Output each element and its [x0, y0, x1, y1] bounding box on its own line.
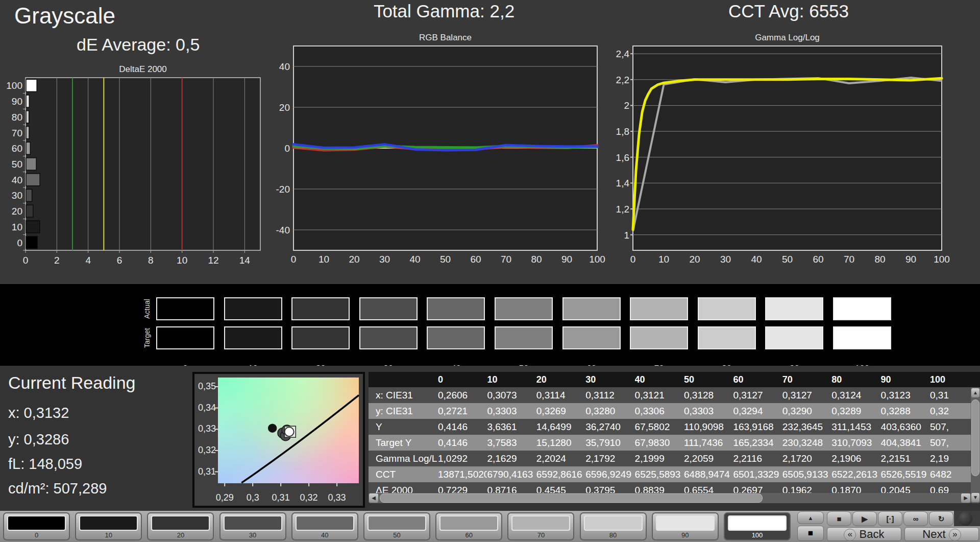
x-tick-label: 100 — [934, 254, 950, 265]
actual-swatch — [359, 297, 418, 320]
scroll-left-icon[interactable]: ◀ — [369, 493, 378, 503]
table-cell: 6488,9474 — [684, 466, 733, 482]
scroll-right-icon[interactable]: ▶ — [961, 493, 970, 503]
stop-button[interactable]: ■ — [827, 511, 851, 526]
continuous-icon: ∞ — [904, 512, 927, 526]
table-cell: 311,1453 — [831, 419, 880, 435]
swatch-column: 90 — [765, 297, 823, 364]
continuous-button[interactable]: ∞ — [903, 511, 928, 526]
table-row-label: x: CIE31 — [376, 387, 437, 403]
swatch-strip: Actual Target 0102030405060708090100 — [0, 284, 980, 366]
pattern-level-button-30[interactable]: 30 — [219, 512, 286, 540]
play-button[interactable]: ▶ — [852, 511, 877, 526]
pattern-level-button-60[interactable]: 60 — [435, 512, 502, 540]
pattern-level-button-80[interactable]: 80 — [580, 512, 647, 540]
target-swatch — [698, 326, 756, 349]
swatch-column: 10 — [224, 297, 282, 364]
table-cell: 404,3841 — [881, 435, 930, 451]
table-cell: 6501,3329 — [733, 466, 782, 482]
table-cell: 0,3112 — [585, 387, 634, 403]
hscroll-thumb[interactable] — [380, 493, 763, 503]
y-tick-label: 2,2 — [616, 75, 629, 85]
pattern-level-swatch — [584, 515, 643, 531]
pattern-level-label: 40 — [292, 531, 357, 539]
table-cell: 165,2334 — [733, 435, 782, 451]
deltae-bar — [26, 221, 40, 233]
y-tick-label: 100 — [6, 80, 22, 91]
back-button[interactable]: « Back — [827, 527, 901, 541]
table-cell: 111,7436 — [684, 435, 733, 451]
swatch-column: 50 — [495, 297, 553, 364]
pattern-level-button-20[interactable]: 20 — [147, 512, 214, 540]
stop-icon: ■ — [827, 512, 851, 526]
cct-avg-label: CCT Avg: 6553 — [635, 1, 942, 21]
table-column-header: 100 — [930, 372, 979, 387]
table-cell: 0,4146 — [438, 419, 487, 435]
table-row-label: Y — [376, 419, 437, 435]
y-tick-label: 0 — [17, 238, 22, 248]
x-tick-label: 50 — [440, 254, 451, 265]
pattern-level-button-70[interactable]: 70 — [507, 512, 574, 540]
table-cell: 13871,5020 — [438, 466, 487, 482]
table-cell: 403,6360 — [881, 419, 930, 435]
table-hscrollbar[interactable]: ◀▶ — [369, 493, 971, 503]
y-tick-label: 20 — [12, 206, 22, 217]
cie-chromaticity-panel: 0,350,340,330,320,310,290,30,310,320,33 — [192, 372, 365, 508]
pattern-up-button[interactable]: ▲ — [797, 511, 824, 524]
pattern-level-swatch — [224, 515, 282, 531]
y-tick-label: 60 — [12, 143, 22, 154]
x-tick-label: 20 — [689, 254, 700, 265]
table-column-header: 30 — [585, 372, 634, 387]
x-tick-label: 10 — [658, 254, 669, 265]
table-vscrollbar[interactable]: ▲▼ — [971, 387, 980, 503]
table-cell: 2,2116 — [733, 451, 782, 466]
table-cell: 0,3280 — [585, 403, 634, 419]
swatch-column: 70 — [630, 297, 688, 364]
refresh-button[interactable]: ↻ — [929, 511, 953, 526]
table-cell: 67,9830 — [635, 435, 684, 451]
next-button[interactable]: Next » — [904, 527, 979, 541]
deltae-bar — [26, 174, 40, 186]
pattern-level-button-0[interactable]: 0 — [3, 512, 70, 540]
rgb-balance-chart: 40200-20-400102030405060708090100 — [271, 43, 607, 268]
table-cell: 35,7910 — [585, 435, 634, 451]
pattern-level-label: 60 — [436, 531, 501, 539]
pattern-level-label: 80 — [581, 531, 646, 539]
deltae-bar — [26, 79, 37, 91]
scroll-up-icon[interactable]: ▲ — [971, 388, 979, 397]
actual-swatch — [562, 297, 621, 320]
pattern-level-button-90[interactable]: 90 — [652, 512, 719, 540]
vscroll-thumb[interactable] — [971, 399, 979, 476]
target-swatch — [495, 326, 553, 349]
pattern-level-button-50[interactable]: 50 — [363, 512, 430, 540]
measurement-table: 0102030405060708090100x: CIE310,26060,30… — [369, 372, 980, 503]
scroll-down-icon[interactable]: ▼ — [971, 493, 979, 502]
table-cell: 0,3294 — [733, 403, 782, 419]
pattern-window-button[interactable]: ■ — [797, 526, 824, 541]
table-column-header: 40 — [635, 372, 684, 387]
x-tick-label: 30 — [379, 254, 390, 265]
table-column-header: 10 — [487, 372, 536, 387]
table-column-header: 70 — [782, 372, 831, 387]
pattern-level-button-10[interactable]: 10 — [75, 512, 142, 540]
actual-swatch — [630, 297, 688, 320]
pattern-level-label: 10 — [76, 531, 141, 539]
table-cell: 6526,5519 — [881, 466, 930, 482]
de-average-label: dE Average: 0,5 — [77, 35, 200, 55]
actual-swatch — [291, 297, 350, 320]
table-cell: 15,1280 — [536, 435, 585, 451]
current-reading-title: Current Reading — [8, 373, 135, 393]
deltae-bar-chart: 100908070605040302010002468101214 — [0, 76, 276, 270]
gamma-chart-title: Gamma Log/Log — [633, 33, 942, 43]
pattern-window-button[interactable]: [·] — [878, 511, 902, 526]
pattern-level-button-100[interactable]: 100 — [724, 512, 791, 540]
table-cell: 0,3288 — [881, 403, 930, 419]
table-cell: 67,5802 — [635, 419, 684, 435]
table-cell: 0,2606 — [438, 387, 487, 403]
swatch-column: 80 — [698, 297, 756, 364]
actual-swatch — [495, 297, 553, 320]
pattern-level-button-40[interactable]: 40 — [291, 512, 358, 540]
table-header-row: 0102030405060708090100 — [369, 372, 980, 387]
table-column-header: 60 — [733, 372, 782, 387]
table-cell: 0,3073 — [487, 387, 536, 403]
